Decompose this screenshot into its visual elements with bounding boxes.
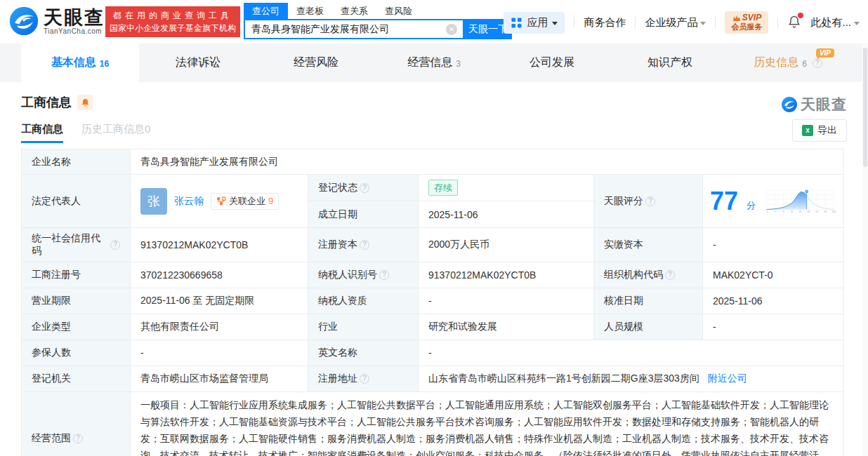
help-icon[interactable]: ? <box>360 183 369 193</box>
user-menu[interactable]: 此处有... <box>810 16 860 29</box>
related-companies-badge[interactable]: 关联企业 9 <box>211 193 279 210</box>
svg-text:15: 15 <box>791 210 794 213</box>
help-icon[interactable]: ? <box>379 270 389 280</box>
legal-rep-link[interactable]: 张云翰 <box>174 195 204 208</box>
field-label-tianyan-score: 天眼评分? <box>594 175 703 228</box>
field-label-taxpayer-qualification: 纳税人资质 <box>308 288 419 314</box>
monitor-bell-icon[interactable] <box>77 95 93 110</box>
svg-text:1: 1 <box>775 210 776 213</box>
help-icon[interactable]: ? <box>665 270 675 280</box>
tab-count: 6 <box>802 59 807 69</box>
tab-label: 法律诉讼 <box>176 55 221 70</box>
tab-intellectual-property[interactable]: 知识产权 <box>611 43 729 82</box>
tab-count: 3 <box>456 59 461 69</box>
avatar[interactable]: 张 <box>140 188 167 215</box>
tab-label: 知识产权 <box>647 55 692 70</box>
clear-search-icon[interactable]: ✕ <box>446 24 457 35</box>
svip-membership-button[interactable]: SVIP 会员服务 <box>725 11 768 34</box>
scrollbar-thumb[interactable] <box>863 48 867 167</box>
field-value-taxpayer-qualification: - <box>419 288 594 314</box>
brand-logo[interactable]: 天眼查 TianYanCha.com <box>8 6 105 36</box>
help-icon[interactable]: ? <box>360 374 369 384</box>
notification-bell-icon[interactable] <box>787 15 801 31</box>
search-area: 查公司 查老板 查关系 查风险 ✕ 天眼一下 <box>244 3 512 39</box>
export-button[interactable]: x 导出 <box>792 119 847 142</box>
crown-icon <box>732 15 741 22</box>
tab-history-info[interactable]: 历史信息 6 ? VIP <box>729 43 847 82</box>
tab-company-development[interactable]: 公司发展 <box>493 43 611 82</box>
subtab-business-registration[interactable]: 工商信息 <box>21 123 63 143</box>
field-label-insured-count: 参保人数 <box>22 340 131 366</box>
brand-logo-icon <box>8 6 39 36</box>
help-icon[interactable]: ? <box>110 240 120 250</box>
table-row: 企业类型 其他有限责任公司 行业 研究和试验发展 人员规模 - <box>22 314 844 340</box>
slogan-line2: 国家中小企业发展子基金旗下机构 <box>110 22 236 34</box>
field-value-registered-capital: 2000万人民币 <box>419 228 594 262</box>
watermark-title: 天眼查 <box>801 95 847 114</box>
chevron-down-icon <box>552 22 558 25</box>
svg-text:85: 85 <box>808 210 810 213</box>
field-label-industry: 行业 <box>308 314 419 340</box>
search-input[interactable] <box>245 20 463 38</box>
field-value-registration-status: 存续 <box>419 175 594 201</box>
search-tab-boss[interactable]: 查老板 <box>288 3 332 20</box>
svip-sublabel: 会员服务 <box>731 22 762 32</box>
field-label-establishment-date: 成立日期 <box>308 201 419 228</box>
tab-count: 16 <box>100 59 109 69</box>
field-value-business-scope: 一般项目：人工智能行业应用系统集成服务；人工智能公共数据平台；人工智能通用应用系… <box>131 392 844 456</box>
business-cooperation-link[interactable]: 商务合作 <box>584 16 626 29</box>
main-nav-tabs: 基本信息 16 法律诉讼 经营风险 经营信息 3 公司发展 知识产权 历史信息 … <box>0 43 868 82</box>
chevron-down-icon <box>700 22 706 25</box>
search-tab-company[interactable]: 查公司 <box>244 3 288 20</box>
tab-operational-risk[interactable]: 经营风险 <box>257 43 375 82</box>
field-label-business-term: 营业期限 <box>22 288 131 314</box>
field-label-registration-authority: 登记机关 <box>22 366 131 392</box>
help-icon[interactable]: ? <box>73 434 83 443</box>
field-label-registered-address: 注册地址? <box>308 366 419 392</box>
subtab-history-registration[interactable]: 历史工商信息0 <box>81 123 150 143</box>
export-label: 导出 <box>817 124 837 137</box>
field-label-registered-capital: 注册资本? <box>308 228 419 262</box>
slogan-badge: 都在用的商业查询工具 国家中小企业发展子基金旗下机构 <box>105 6 240 37</box>
tab-business-info[interactable]: 经营信息 3 <box>375 43 493 82</box>
search-box: ✕ <box>244 19 464 39</box>
field-value-organization-code: MAK02YCT-0 <box>703 262 844 288</box>
tianyancha-watermark: 天眼查 <box>781 95 847 114</box>
related-label: 关联企业 <box>229 195 265 208</box>
score-distribution-chart: 0 1 3 15 50 85 97 99 100 <box>764 180 836 222</box>
brand-domain: TianYanCha.com <box>44 27 105 35</box>
apps-menu[interactable]: 应用 <box>504 12 565 34</box>
field-label-approval-date: 核准日期 <box>594 288 703 314</box>
field-value-registration-number: 370212230669658 <box>131 262 308 288</box>
table-row: 统一社会信用代码? 91370212MAK02YCT0B 注册资本? 2000万… <box>22 228 844 262</box>
top-menu: 应用 商务合作 企业级产品 SVIP 会员服务 <box>504 11 860 34</box>
enterprise-products-menu[interactable]: 企业级产品 <box>645 16 706 29</box>
search-tab-relation[interactable]: 查关系 <box>332 3 376 20</box>
nearby-companies-link[interactable]: 附近公司 <box>708 373 747 384</box>
field-label-taxpayer-id: 纳税人识别号? <box>308 262 419 288</box>
svg-text:50: 50 <box>799 210 802 213</box>
table-row: 营业期限 2025-11-06 至 无固定期限 纳税人资质 - 核准日期 202… <box>22 288 844 314</box>
svg-text:97: 97 <box>816 210 819 213</box>
chevron-down-icon <box>854 22 860 25</box>
field-label-staff-size: 人员规模 <box>594 314 703 340</box>
field-value-staff-size: - <box>703 314 844 340</box>
enterprise-products-label: 企业级产品 <box>645 16 697 29</box>
svip-label: SVIP <box>742 13 761 22</box>
help-icon[interactable]: ? <box>360 240 369 250</box>
watermark-logo-icon <box>781 96 798 113</box>
business-info-table: 企业名称 青岛具身智能产业发展有限公司 法定代表人 张 张云翰 <box>21 149 844 456</box>
apps-menu-label: 应用 <box>527 16 548 29</box>
help-icon[interactable]: ? <box>645 196 655 206</box>
field-value-company-type: 其他有限责任公司 <box>131 314 308 340</box>
tab-label: 基本信息 <box>51 55 96 70</box>
field-value-legal-representative: 张 张云翰 关联企业 9 <box>131 175 308 228</box>
tab-basic-info[interactable]: 基本信息 16 <box>21 43 139 82</box>
table-row: 法定代表人 张 张云翰 关联企业 <box>22 175 844 201</box>
tab-legal-proceedings[interactable]: 法律诉讼 <box>139 43 257 82</box>
user-name: 此处有... <box>810 16 851 29</box>
field-value-business-term: 2025-11-06 至 无固定期限 <box>131 288 308 314</box>
business-cooperation-label: 商务合作 <box>584 16 626 29</box>
field-label-credit-code: 统一社会信用代码? <box>22 228 131 262</box>
search-tab-risk[interactable]: 查风险 <box>376 3 421 20</box>
